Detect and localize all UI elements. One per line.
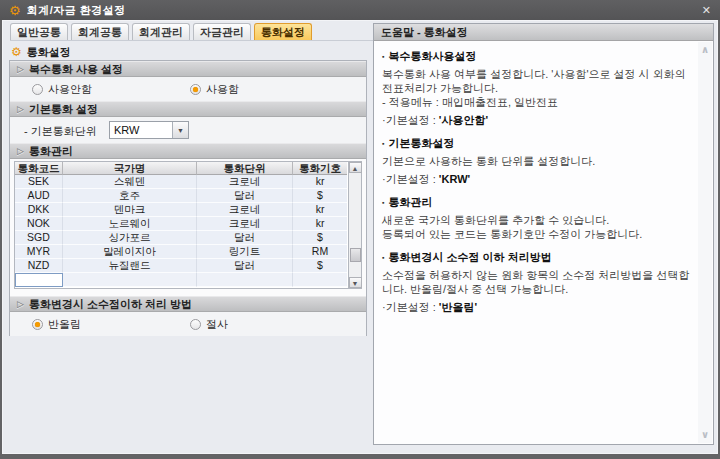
section-header-base-currency: ▷ 기본통화 설정 — [10, 101, 366, 117]
help-topic-line: 기본으로 사용하는 통화 단위를 설정합니다. — [382, 154, 694, 168]
table-cell[interactable] — [63, 273, 197, 287]
table-cell: 크로네 — [197, 217, 293, 231]
help-topic-title: ▪기본통화설정 — [382, 136, 694, 151]
scroll-down-icon[interactable]: ▼ — [349, 277, 362, 288]
table-row[interactable]: MYR말레이지아링기트RM — [15, 245, 348, 259]
radio-label: 반올림 — [48, 317, 81, 332]
radio-option[interactable]: 사용함 — [190, 82, 239, 97]
scroll-up-icon[interactable]: ▲ — [349, 162, 362, 173]
panel-title-label: 통화설정 — [27, 45, 71, 60]
table-cell[interactable] — [293, 273, 347, 287]
help-topic-line: 새로운 국가의 통화단위를 추가할 수 있습니다. — [382, 213, 694, 227]
table-row[interactable]: SEK스웨덴크로네kr — [15, 175, 348, 189]
table-cell: 링기트 — [197, 245, 293, 259]
table-row[interactable]: SGD싱가포르달러$ — [15, 231, 348, 245]
help-topic-title-text: 기본통화설정 — [388, 137, 454, 149]
default-value: 'KRW' — [439, 173, 470, 185]
help-topic: ▪복수통화사용설정복수통화 사용 여부를 설정합니다. '사용함'으로 설정 시… — [382, 49, 694, 127]
radio-unselected-icon[interactable] — [190, 319, 201, 330]
help-topic-title-text: 복수통화사용설정 — [388, 50, 476, 62]
section-header-label: 통화변경시 소수점이하 처리 방법 — [29, 297, 192, 312]
scrollbar-thumb[interactable] — [350, 248, 361, 262]
chevron-down-icon[interactable]: ▼ — [172, 122, 188, 138]
help-scrollbar[interactable]: ∧ ∨ — [698, 42, 712, 443]
table-row-empty[interactable] — [15, 273, 348, 287]
table-cell: 달러 — [197, 259, 293, 273]
help-topic: ▪기본통화설정기본으로 사용하는 통화 단위를 설정합니다.·기본설정 : 'K… — [382, 136, 694, 186]
base-currency-label: - 기본통화단위 — [24, 124, 97, 139]
help-topic-default: ·기본설정 : 'KRW' — [382, 172, 694, 186]
column-header[interactable]: 통화단위 — [197, 162, 293, 175]
radio-option[interactable]: 반올림 — [32, 317, 81, 332]
scroll-down-icon[interactable]: ∨ — [701, 430, 709, 440]
table-cell: RM — [293, 245, 347, 259]
title-bar: ⚙ 회계/자금 환경설정 ✕ — [0, 0, 720, 20]
radio-label: 사용함 — [206, 82, 239, 97]
table-scrollbar[interactable]: ▲ ▼ — [348, 162, 361, 288]
bullet-icon: ▪ — [382, 199, 384, 206]
help-topic-default: ·기본설정 : '사용안함' — [382, 113, 694, 127]
currency-settings-box: ▷ 복수통화 사용 설정 사용안함사용함 ▷ 기본통화 설정 - 기본통화단위 … — [9, 60, 367, 336]
help-topic: ▪통화관리새로운 국가의 통화단위를 추가할 수 있습니다.등록되어 있는 코드… — [382, 195, 694, 241]
scroll-up-icon[interactable]: ∧ — [701, 45, 709, 55]
default-prefix: ·기본설정 : — [382, 301, 439, 313]
help-topic-line: 등록되어 있는 코드는 통화기호만 수정이 가능합니다. — [382, 227, 694, 241]
table-cell-focused[interactable] — [15, 273, 63, 287]
help-panel-title: 도움말 - 통화설정 — [381, 25, 468, 40]
content-area: 일반공통회계공통회계관리자금관리통화설정 ⚙ 통화설정 ▷ 복수통화 사용 설정… — [2, 20, 718, 454]
bullet-icon: ▪ — [382, 53, 384, 60]
table-row[interactable]: AUD호주달러$ — [15, 189, 348, 203]
table-cell: 노르웨이 — [63, 217, 197, 231]
table-cell: kr — [293, 175, 347, 189]
table-cell: kr — [293, 217, 347, 231]
section-header-label: 통화관리 — [29, 144, 73, 159]
radio-label: 절사 — [206, 317, 228, 332]
radio-selected-icon[interactable] — [32, 319, 43, 330]
radio-option[interactable]: 사용안함 — [32, 82, 92, 97]
panel-title: ⚙ 통화설정 — [11, 44, 71, 60]
base-currency-select[interactable]: KRW ▼ — [109, 121, 189, 139]
table-row[interactable]: DKK덴마크크로네kr — [15, 203, 348, 217]
help-topic-title-text: 통화변경시 소수점 이하 처리방법 — [388, 251, 551, 263]
table-cell: MYR — [15, 245, 63, 259]
table-cell[interactable] — [197, 273, 293, 287]
default-value: '반올림' — [439, 301, 477, 313]
table-cell: 크로네 — [197, 175, 293, 189]
bullet-icon: ▪ — [382, 140, 384, 147]
close-icon[interactable]: ✕ — [702, 5, 711, 16]
radio-option[interactable]: 절사 — [190, 317, 228, 332]
table-cell: kr — [293, 203, 347, 217]
table-cell: 스웨덴 — [63, 175, 197, 189]
help-topic-title-text: 통화관리 — [388, 196, 432, 208]
radio-unselected-icon[interactable] — [32, 84, 43, 95]
currency-table-head: 통화코드국가명통화단위통화기호 — [15, 162, 348, 175]
table-cell: 덴마크 — [63, 203, 197, 217]
tab-2[interactable]: 회계공통 — [71, 23, 129, 40]
table-row[interactable]: NZD뉴질랜드달러$ — [15, 259, 348, 273]
tab-3[interactable]: 회계관리 — [132, 23, 190, 40]
column-header[interactable]: 통화코드 — [15, 162, 63, 175]
window-title: 회계/자금 환경설정 — [27, 3, 126, 18]
table-cell: 뉴질랜드 — [63, 259, 197, 273]
table-cell: NOK — [15, 217, 63, 231]
column-header[interactable]: 국가명 — [63, 162, 197, 175]
section-header-label: 기본통화 설정 — [29, 102, 98, 117]
table-cell: 호주 — [63, 189, 197, 203]
tab-4[interactable]: 자금관리 — [193, 23, 251, 40]
currency-table-body: SEK스웨덴크로네krAUD호주달러$DKK덴마크크로네krNOK노르웨이크로네… — [15, 175, 348, 273]
radio-selected-icon[interactable] — [190, 84, 201, 95]
table-row[interactable]: NOK노르웨이크로네kr — [15, 217, 348, 231]
gear-icon: ⚙ — [9, 4, 21, 17]
tab-5[interactable]: 통화설정 — [254, 23, 312, 40]
column-header[interactable]: 통화기호 — [293, 162, 347, 175]
scrollbar-track[interactable] — [349, 173, 362, 277]
table-cell: 달러 — [197, 231, 293, 245]
table-cell: 크로네 — [197, 203, 293, 217]
tab-1[interactable]: 일반공통 — [10, 23, 68, 40]
help-topic-title: ▪통화관리 — [382, 195, 694, 210]
help-topic-default: ·기본설정 : '반올림' — [382, 300, 694, 314]
currency-table: 통화코드국가명통화단위통화기호 SEK스웨덴크로네krAUD호주달러$DKK덴마… — [14, 161, 362, 289]
base-currency-value: KRW — [110, 122, 172, 138]
help-topic-title: ▪통화변경시 소수점 이하 처리방법 — [382, 250, 694, 265]
base-currency-field-row: - 기본통화단위 KRW ▼ — [10, 117, 366, 143]
